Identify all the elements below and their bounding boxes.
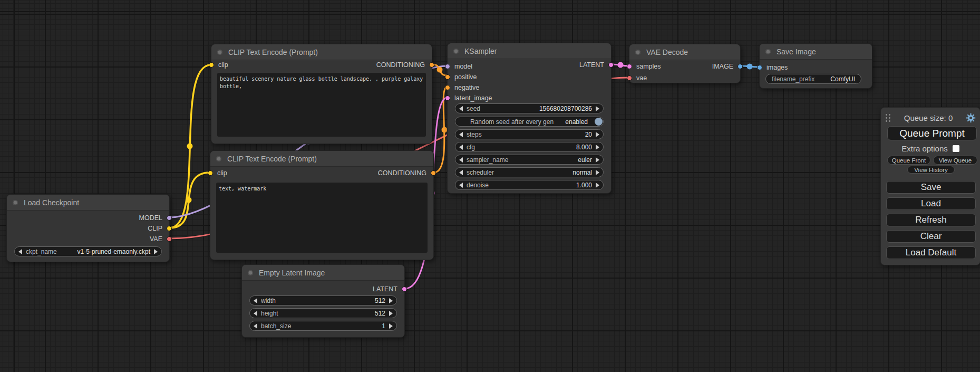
- node-vae-decode[interactable]: VAE Decode samples vae IMAGE: [629, 44, 741, 83]
- decrement-arrow-icon[interactable]: [459, 132, 463, 137]
- extra-options-checkbox[interactable]: [953, 145, 959, 152]
- port-dot-latent[interactable]: [445, 96, 450, 101]
- widget-cfg[interactable]: cfg 8.000: [455, 142, 604, 152]
- toggle-enabled-indicator[interactable]: [595, 118, 603, 126]
- port-dot-vae[interactable]: [627, 75, 632, 81]
- input-port-latent-image[interactable]: latent_image: [448, 94, 492, 102]
- increment-arrow-icon[interactable]: [596, 132, 599, 137]
- decrement-arrow-icon[interactable]: [459, 157, 463, 163]
- collapse-dot-icon[interactable]: [453, 49, 459, 54]
- node-title-bar[interactable]: Save Image: [760, 44, 872, 60]
- queue-prompt-button[interactable]: Queue Prompt: [887, 126, 977, 140]
- widget-denoise[interactable]: denoise 1.000: [455, 180, 604, 190]
- save-button[interactable]: Save: [886, 181, 976, 194]
- node-title-bar[interactable]: Load Checkpoint: [7, 195, 169, 211]
- load-button[interactable]: Load: [886, 197, 976, 210]
- collapse-dot-icon[interactable]: [765, 49, 771, 54]
- node-title-bar[interactable]: CLIP Text Encode (Prompt): [211, 44, 432, 60]
- widget-sampler-name[interactable]: sampler_name euler: [455, 155, 604, 165]
- port-dot-latent[interactable]: [608, 62, 614, 68]
- output-port-model[interactable]: MODEL: [139, 214, 169, 222]
- input-port-positive[interactable]: positive: [448, 73, 477, 81]
- decrement-arrow-icon[interactable]: [254, 298, 257, 303]
- node-clip-text-encode-1[interactable]: CLIP Text Encode (Prompt) clip CONDITION…: [211, 44, 432, 144]
- port-dot-latent[interactable]: [627, 64, 632, 69]
- collapse-dot-icon[interactable]: [248, 270, 253, 275]
- queue-front-button[interactable]: Queue Front: [887, 156, 930, 165]
- port-dot-latent[interactable]: [402, 287, 407, 292]
- output-port-conditioning[interactable]: CONDITIONING: [378, 169, 433, 177]
- widget-scheduler[interactable]: scheduler normal: [455, 167, 604, 177]
- prompt-textarea[interactable]: beautiful scenery nature glass bottle la…: [217, 73, 426, 137]
- node-title-bar[interactable]: CLIP Text Encode (Prompt): [210, 151, 433, 167]
- clear-button[interactable]: Clear: [886, 230, 976, 243]
- collapse-dot-icon[interactable]: [13, 200, 18, 205]
- prompt-textarea[interactable]: text, watermark: [216, 183, 428, 253]
- port-dot-conditioning[interactable]: [429, 62, 434, 68]
- input-port-vae[interactable]: vae: [629, 74, 647, 82]
- node-empty-latent-image[interactable]: Empty Latent Image LATENT width 512 heig…: [241, 264, 405, 338]
- widget-filename-prefix[interactable]: filename_prefix ComfyUI: [765, 74, 861, 84]
- increment-arrow-icon[interactable]: [389, 323, 393, 329]
- increment-arrow-icon[interactable]: [596, 170, 599, 175]
- input-port-clip[interactable]: clip: [211, 61, 228, 69]
- decrement-arrow-icon[interactable]: [254, 311, 257, 316]
- input-port-clip[interactable]: clip: [210, 169, 227, 177]
- port-dot-conditioning[interactable]: [431, 170, 436, 176]
- widget-steps[interactable]: steps 20: [455, 129, 604, 139]
- port-dot-clip[interactable]: [167, 226, 172, 231]
- input-port-samples[interactable]: samples: [629, 62, 661, 71]
- node-title-bar[interactable]: Empty Latent Image: [242, 265, 404, 281]
- decrement-arrow-icon[interactable]: [254, 323, 257, 329]
- increment-arrow-icon[interactable]: [596, 183, 599, 188]
- gear-icon[interactable]: [966, 113, 976, 123]
- node-title-bar[interactable]: VAE Decode: [629, 44, 740, 60]
- port-dot-model[interactable]: [167, 215, 172, 221]
- port-dot-clip[interactable]: [208, 170, 213, 176]
- port-dot-conditioning[interactable]: [445, 74, 450, 80]
- port-dot-vae[interactable]: [167, 236, 172, 242]
- comfyui-graph-canvas[interactable]: Load Checkpoint MODEL CLIP VAE ckpt_name…: [0, 0, 980, 372]
- widget-height[interactable]: height 512: [249, 308, 397, 318]
- collapse-dot-icon[interactable]: [635, 50, 641, 55]
- collapse-dot-icon[interactable]: [216, 156, 221, 161]
- view-history-button[interactable]: View History: [907, 166, 955, 174]
- decrement-arrow-icon[interactable]: [459, 145, 463, 150]
- widget-seed[interactable]: seed 156680208700286: [455, 103, 604, 113]
- node-save-image[interactable]: Save Image images filename_prefix ComfyU…: [759, 43, 872, 89]
- increment-arrow-icon[interactable]: [154, 249, 158, 254]
- increment-arrow-icon[interactable]: [596, 157, 599, 163]
- node-title-bar[interactable]: KSampler: [448, 43, 611, 59]
- output-port-latent[interactable]: LATENT: [579, 61, 611, 69]
- node-ksampler[interactable]: KSampler model positive negative latent_…: [447, 43, 612, 194]
- load-default-button[interactable]: Load Default: [886, 246, 976, 259]
- port-dot-image[interactable]: [738, 64, 743, 69]
- drag-handle-icon[interactable]: [885, 113, 891, 122]
- input-port-model[interactable]: model: [448, 62, 472, 71]
- increment-arrow-icon[interactable]: [389, 311, 393, 316]
- output-port-vae[interactable]: VAE: [150, 235, 169, 243]
- input-port-images[interactable]: images: [760, 63, 788, 72]
- widget-width[interactable]: width 512: [249, 295, 397, 306]
- refresh-button[interactable]: Refresh: [886, 214, 976, 226]
- output-port-conditioning[interactable]: CONDITIONING: [376, 61, 432, 69]
- decrement-arrow-icon[interactable]: [459, 183, 463, 188]
- increment-arrow-icon[interactable]: [596, 106, 599, 111]
- widget-ckpt-name[interactable]: ckpt_name v1-5-pruned-emaonly.ckpt: [14, 246, 162, 256]
- port-dot-clip[interactable]: [209, 62, 214, 68]
- node-clip-text-encode-2[interactable]: CLIP Text Encode (Prompt) clip CONDITION…: [210, 150, 434, 260]
- widget-random-seed-toggle[interactable]: Random seed after every gen enabled: [455, 117, 604, 127]
- decrement-arrow-icon[interactable]: [459, 106, 463, 111]
- increment-arrow-icon[interactable]: [389, 298, 393, 303]
- input-port-negative[interactable]: negative: [448, 83, 479, 92]
- port-dot-model[interactable]: [445, 64, 450, 69]
- widget-batch-size[interactable]: batch_size 1: [249, 321, 397, 331]
- decrement-arrow-icon[interactable]: [18, 249, 22, 254]
- port-dot-conditioning[interactable]: [445, 85, 450, 90]
- node-load-checkpoint[interactable]: Load Checkpoint MODEL CLIP VAE ckpt_name…: [6, 194, 170, 262]
- increment-arrow-icon[interactable]: [596, 145, 599, 150]
- collapse-dot-icon[interactable]: [217, 50, 222, 55]
- output-port-clip[interactable]: CLIP: [148, 224, 169, 233]
- port-dot-image[interactable]: [757, 65, 762, 70]
- view-queue-button[interactable]: View Queue: [933, 156, 977, 165]
